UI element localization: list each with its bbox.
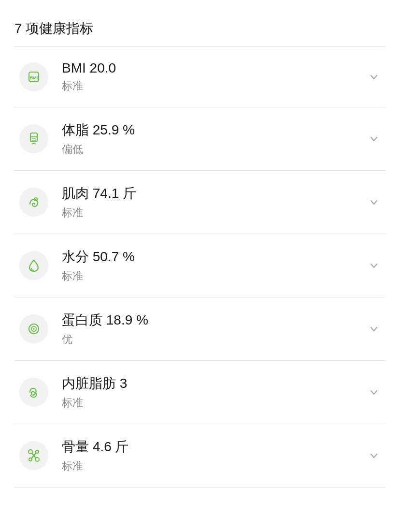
muscle-status: 标准 bbox=[62, 206, 367, 220]
visceral-fat-info: 内脏脂肪 3 标准 bbox=[62, 374, 367, 410]
water-name: 水分 50.7 % bbox=[62, 248, 367, 266]
body-fat-status: 偏低 bbox=[62, 142, 367, 157]
bone-info: 骨量 4.6 斤 标准 bbox=[62, 438, 367, 473]
svg-point-13 bbox=[36, 450, 39, 453]
visceral-fat-name: 内脏脂肪 3 bbox=[62, 374, 367, 393]
page-container: 7 项健康指标 BMI BMI 20.0 标准 bbox=[0, 0, 400, 502]
protein-chevron[interactable] bbox=[367, 322, 381, 336]
bmi-icon: BMI bbox=[26, 69, 42, 85]
metric-item-bone[interactable]: 骨量 4.6 斤 标准 bbox=[14, 424, 386, 488]
bone-name: 骨量 4.6 斤 bbox=[62, 438, 367, 456]
metric-list: BMI BMI 20.0 标准 bbox=[14, 47, 386, 488]
protein-icon bbox=[26, 321, 42, 337]
metric-item-water[interactable]: 水分 50.7 % 标准 bbox=[14, 234, 386, 297]
metric-item-visceral-fat[interactable]: 内脏脂肪 3 标准 bbox=[14, 361, 386, 424]
svg-point-14 bbox=[29, 458, 32, 461]
water-status: 标准 bbox=[62, 269, 367, 283]
bmi-info: BMI 20.0 标准 bbox=[62, 60, 367, 93]
muscle-icon-wrap bbox=[19, 188, 48, 217]
visceral-fat-icon bbox=[26, 384, 42, 400]
body-fat-info: 体脂 25.9 % 偏低 bbox=[62, 121, 367, 157]
bone-icon-wrap bbox=[19, 441, 48, 470]
muscle-info: 肌肉 74.1 斤 标准 bbox=[62, 184, 367, 220]
protein-status: 优 bbox=[62, 332, 367, 347]
muscle-name: 肌肉 74.1 斤 bbox=[62, 184, 367, 203]
bone-icon bbox=[26, 448, 42, 463]
body-fat-icon bbox=[26, 131, 42, 147]
bmi-chevron[interactable] bbox=[367, 70, 381, 84]
svg-point-9 bbox=[33, 328, 35, 330]
bone-chevron[interactable] bbox=[367, 449, 381, 462]
muscle-icon bbox=[26, 194, 42, 210]
metric-item-muscle[interactable]: 肌肉 74.1 斤 标准 bbox=[14, 171, 386, 234]
bmi-status: 标准 bbox=[62, 79, 367, 93]
metric-item-bmi[interactable]: BMI BMI 20.0 标准 bbox=[14, 47, 386, 107]
metric-item-protein[interactable]: 蛋白质 18.9 % 优 bbox=[14, 297, 386, 361]
water-chevron[interactable] bbox=[367, 259, 381, 272]
svg-text:BMI: BMI bbox=[30, 75, 38, 80]
bone-status: 标准 bbox=[62, 459, 367, 473]
bmi-icon-wrap: BMI bbox=[19, 62, 48, 91]
body-fat-name: 体脂 25.9 % bbox=[62, 121, 367, 139]
water-icon bbox=[26, 258, 42, 273]
visceral-fat-status: 标准 bbox=[62, 396, 367, 410]
metric-item-body-fat[interactable]: 体脂 25.9 % 偏低 bbox=[14, 107, 386, 171]
water-info: 水分 50.7 % 标准 bbox=[62, 248, 367, 283]
water-icon-wrap bbox=[19, 251, 48, 280]
muscle-chevron[interactable] bbox=[367, 195, 381, 209]
protein-info: 蛋白质 18.9 % 优 bbox=[62, 311, 367, 347]
protein-name: 蛋白质 18.9 % bbox=[62, 311, 367, 329]
protein-icon-wrap bbox=[19, 314, 48, 343]
page-title: 7 项健康指标 bbox=[14, 19, 386, 38]
body-fat-icon-wrap bbox=[19, 124, 48, 153]
visceral-fat-chevron[interactable] bbox=[367, 385, 381, 399]
bmi-name: BMI 20.0 bbox=[62, 60, 367, 76]
visceral-fat-icon-wrap bbox=[19, 378, 48, 407]
body-fat-chevron[interactable] bbox=[367, 132, 381, 146]
